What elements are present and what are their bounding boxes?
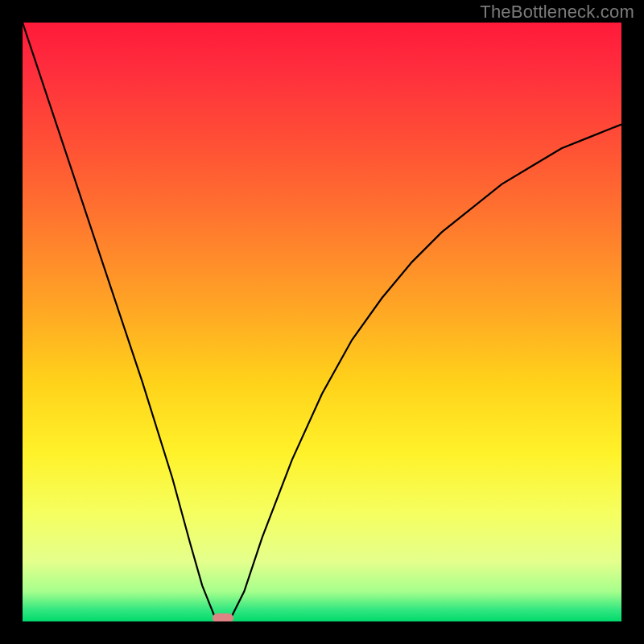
plot-area (23, 23, 621, 621)
watermark-text: TheBottleneck.com (480, 2, 634, 23)
bottleneck-curve (23, 23, 621, 621)
optimal-point-marker (213, 613, 233, 621)
curve-line (23, 23, 621, 621)
chart-frame: TheBottleneck.com (0, 0, 644, 644)
